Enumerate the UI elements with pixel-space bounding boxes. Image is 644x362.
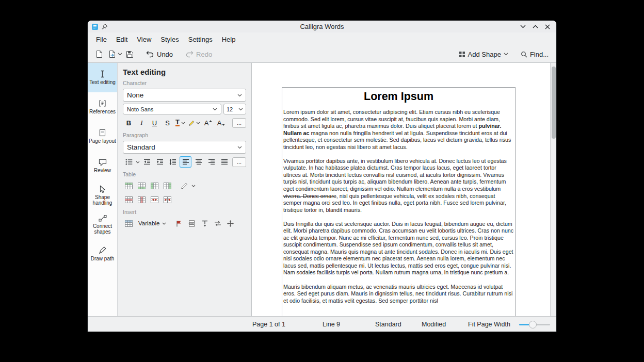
maximize-button[interactable] bbox=[531, 23, 539, 31]
increase-indent-button[interactable] bbox=[154, 156, 166, 168]
insert-text-button[interactable] bbox=[199, 218, 211, 229]
decrease-indent-button[interactable] bbox=[141, 156, 153, 168]
character-style-combobox[interactable]: None bbox=[123, 89, 246, 102]
insert-text-icon bbox=[202, 220, 208, 227]
character-style-value: None bbox=[127, 91, 143, 99]
add-shape-icon bbox=[459, 51, 465, 58]
delete-row-button[interactable] bbox=[123, 194, 135, 205]
strikethrough-button[interactable]: S bbox=[162, 117, 173, 128]
superscript-button[interactable]: A bbox=[202, 117, 214, 128]
menu-edit[interactable]: Edit bbox=[111, 34, 132, 45]
split-cells-button[interactable] bbox=[162, 194, 173, 205]
close-button[interactable] bbox=[543, 23, 552, 31]
insert-column-left-icon bbox=[151, 183, 158, 189]
variable-dropdown[interactable]: Variable bbox=[136, 219, 169, 227]
add-shape-button[interactable]: Add Shape bbox=[456, 48, 511, 60]
paragraph: Mauris bibendum aliquam metus, ac venena… bbox=[283, 284, 514, 305]
bold-button[interactable]: B bbox=[123, 117, 135, 128]
increase-indent-icon bbox=[156, 159, 164, 165]
table-border-pen-button[interactable] bbox=[179, 180, 190, 191]
insert-row-below-button[interactable] bbox=[136, 180, 148, 191]
chevron-down-icon bbox=[237, 146, 242, 149]
new-document-button[interactable] bbox=[93, 48, 106, 60]
open-document-button[interactable] bbox=[106, 48, 119, 60]
statusbar: Page 1 of 1 Line 9 Standard Modified Fit… bbox=[88, 316, 556, 332]
find-button[interactable]: Find... bbox=[518, 48, 551, 60]
sidebar-item-text-editing[interactable]: Text editing bbox=[88, 63, 117, 92]
more-paragraph-options-button[interactable]: ... bbox=[232, 157, 246, 167]
line-spacing-button[interactable] bbox=[167, 156, 179, 168]
undo-icon bbox=[146, 51, 154, 58]
delete-column-button[interactable] bbox=[136, 194, 148, 205]
sidebar-item-label: Shape handling bbox=[88, 194, 117, 206]
underline-button[interactable]: U bbox=[149, 117, 160, 128]
text-color-button[interactable]: T bbox=[174, 117, 186, 128]
delete-column-icon bbox=[138, 196, 146, 203]
insert-column-right-button[interactable] bbox=[162, 180, 173, 191]
align-right-button[interactable] bbox=[205, 156, 217, 168]
style-indicator[interactable]: Standard bbox=[375, 321, 401, 328]
menu-styles[interactable]: Styles bbox=[156, 34, 183, 45]
minimize-button[interactable] bbox=[519, 23, 527, 31]
font-size-combobox[interactable]: 12 bbox=[223, 104, 246, 114]
undo-button[interactable]: Undo bbox=[143, 48, 175, 60]
document-canvas[interactable]: Lorem Ipsum Lorem ipsum dolor sit amet, … bbox=[252, 63, 550, 316]
chevron-down-icon[interactable] bbox=[136, 161, 140, 163]
align-left-button[interactable] bbox=[180, 156, 191, 168]
vertical-scrollbar[interactable] bbox=[550, 63, 556, 316]
panel-title: Text editing bbox=[123, 68, 246, 76]
insert-tab-button[interactable] bbox=[212, 218, 223, 229]
sidebar-item-label: Connect shapes bbox=[88, 223, 117, 235]
sidebar-item-label: Text editing bbox=[89, 79, 116, 85]
align-center-icon bbox=[195, 159, 202, 165]
menu-help[interactable]: Help bbox=[217, 34, 240, 45]
insert-special-character-button[interactable] bbox=[224, 218, 236, 229]
highlight-color-button[interactable] bbox=[187, 117, 201, 128]
sidebar-item-shape-handling[interactable]: Shape handling bbox=[88, 180, 117, 210]
zoom-slider-thumb[interactable] bbox=[529, 321, 537, 328]
sidebar-item-page-layout[interactable]: Page layout bbox=[88, 122, 117, 151]
more-character-options-button[interactable]: ... bbox=[232, 118, 246, 128]
chevron-down-icon bbox=[181, 122, 185, 124]
align-justify-button[interactable] bbox=[218, 156, 230, 168]
insert-table-button[interactable] bbox=[123, 218, 135, 229]
redo-icon bbox=[185, 51, 194, 58]
menu-view[interactable]: View bbox=[132, 34, 156, 45]
chevron-down-icon bbox=[238, 108, 243, 111]
window-title: Calligra Words bbox=[88, 23, 556, 30]
redo-button[interactable]: Redo bbox=[183, 48, 215, 60]
subscript-button[interactable]: A bbox=[215, 117, 227, 128]
sidebar-item-draw-path[interactable]: Draw path bbox=[88, 239, 117, 269]
save-button[interactable] bbox=[123, 48, 136, 60]
bookmark-flag-icon bbox=[176, 220, 182, 227]
merge-cells-button[interactable] bbox=[149, 194, 160, 205]
page-break-icon bbox=[188, 220, 195, 227]
insert-page-break-button[interactable] bbox=[186, 218, 198, 229]
line-spacing-icon bbox=[169, 159, 176, 165]
open-dropdown-chevron-icon[interactable] bbox=[118, 53, 122, 56]
zoom-mode-button[interactable]: Fit Page Width bbox=[468, 321, 510, 328]
sidebar-item-review[interactable]: Review bbox=[88, 151, 117, 180]
menu-settings[interactable]: Settings bbox=[184, 34, 217, 45]
document-page[interactable]: Lorem Ipsum Lorem ipsum dolor sit amet, … bbox=[282, 87, 516, 316]
character-section-label: Character bbox=[123, 80, 246, 86]
italic-button[interactable]: I bbox=[136, 117, 148, 128]
insert-column-left-button[interactable] bbox=[149, 180, 160, 191]
review-comment-icon bbox=[99, 159, 107, 166]
list-style-button[interactable] bbox=[123, 156, 135, 168]
chevron-down-icon[interactable] bbox=[191, 185, 196, 187]
line-indicator: Line 9 bbox=[323, 321, 340, 328]
font-family-combobox[interactable]: Noto Sans bbox=[123, 104, 221, 114]
paragraph-style-combobox[interactable]: Standard bbox=[123, 141, 246, 154]
insert-row-above-button[interactable] bbox=[123, 180, 135, 191]
sidebar-item-connect-shapes[interactable]: Connect shapes bbox=[88, 210, 117, 239]
titlebar[interactable]: Calligra Words bbox=[88, 21, 556, 32]
menu-file[interactable]: File bbox=[91, 34, 111, 45]
sidebar-item-references[interactable]: References bbox=[88, 92, 117, 122]
insert-bookmark-button[interactable] bbox=[173, 218, 185, 229]
insert-section-label: Insert bbox=[123, 209, 246, 215]
align-center-button[interactable] bbox=[192, 156, 204, 168]
insert-row-above-icon bbox=[125, 183, 133, 189]
table-section-label: Table bbox=[123, 171, 246, 177]
scrollbar-thumb[interactable] bbox=[552, 67, 556, 139]
